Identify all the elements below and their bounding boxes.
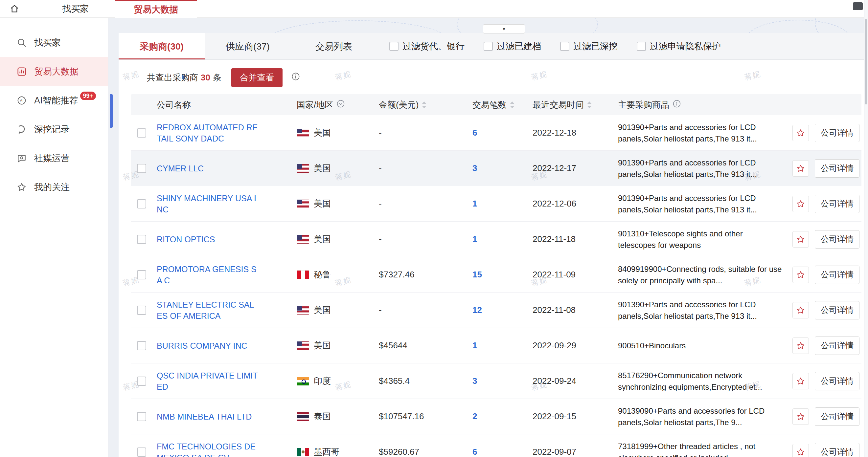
row-checkbox[interactable] [137, 164, 146, 173]
row-checkbox[interactable] [137, 235, 146, 244]
filter-checkbox[interactable] [560, 42, 569, 51]
table-row: REDBOX AUTOMATED RETAIL SONY DADC 美国 - 6… [131, 115, 861, 151]
row-checkbox[interactable] [137, 199, 146, 208]
row-checkbox[interactable] [137, 341, 146, 350]
sidebar-item-find-buyers[interactable]: 找买家 [0, 28, 108, 57]
company-detail-button[interactable]: 公司详情 [815, 266, 860, 284]
company-name-link[interactable]: BURRIS COMPANY INC [157, 340, 247, 351]
amount-value: $45644 [379, 340, 407, 351]
favorite-star-button[interactable] [793, 196, 809, 212]
transaction-count-link[interactable]: 6 [472, 447, 477, 457]
transaction-count-link[interactable]: 1 [472, 199, 477, 209]
transaction-count-link[interactable]: 2 [472, 411, 477, 422]
amount-value: - [379, 199, 382, 209]
company-detail-button[interactable]: 公司详情 [815, 124, 860, 142]
collapse-panel-button[interactable]: ▼ [483, 24, 525, 33]
header-count: 交易笔数 [472, 99, 533, 111]
transaction-count-link[interactable]: 3 [472, 376, 477, 386]
company-name-link[interactable]: QSC INDIA PRIVATE LIMITED [157, 370, 258, 392]
table-row: RITON OPTICS 美国 - 1 2022-11-18 901310+Te… [131, 222, 861, 257]
favorite-star-button[interactable] [793, 444, 809, 457]
tab-suppliers[interactable]: 供应商(37) [205, 33, 291, 59]
decor-arc [457, 18, 598, 33]
favorite-star-button[interactable] [793, 373, 809, 389]
favorite-star-button[interactable] [793, 125, 809, 141]
company-detail-button[interactable]: 公司详情 [815, 407, 860, 426]
filter-archived[interactable]: 过滤已建档 [484, 40, 541, 52]
star-icon [796, 270, 805, 280]
transaction-count-link[interactable]: 1 [472, 234, 477, 244]
topbar-divider [35, 4, 35, 14]
transaction-count-link[interactable]: 3 [472, 163, 477, 173]
company-name-link[interactable]: SHINY MACHINERY USA INC [157, 193, 258, 215]
favorite-star-button[interactable] [793, 302, 809, 319]
company-detail-button[interactable]: 公司详情 [815, 195, 860, 213]
company-name-link[interactable]: REDBOX AUTOMATED RETAIL SONY DADC [157, 122, 258, 144]
sidebar-item-my-follows[interactable]: 我的关注 [0, 173, 108, 202]
transaction-count-link[interactable]: 12 [472, 305, 482, 315]
row-checkbox[interactable] [137, 412, 146, 421]
summary-suffix: 条 [213, 72, 221, 84]
sidebar-item-dig-records[interactable]: 深挖记录 [0, 115, 108, 144]
filter-deep-dug[interactable]: 过滤已深挖 [560, 40, 618, 52]
company-name-link[interactable]: PROMOTORA GENESIS S A C [157, 264, 258, 286]
sidebar-item-social-media[interactable]: 社媒运营 [0, 144, 108, 173]
row-checkbox[interactable] [137, 128, 146, 137]
date-sort-icon[interactable] [587, 101, 592, 108]
row-checkbox[interactable] [137, 270, 146, 280]
favorite-star-button[interactable] [793, 409, 809, 425]
table-row: QSC INDIA PRIVATE LIMITED 印度 $4365.4 3 2… [131, 363, 861, 399]
sidebar-item-label: 贸易大数据 [34, 66, 79, 77]
merge-view-button[interactable]: 合并查看 [231, 68, 283, 87]
sidebar: 找买家 贸易大数据 AI AI智能推荐 99+ 深挖记录 社媒运营 我的关注 [0, 18, 108, 457]
filter-label: 过滤已建档 [497, 40, 541, 52]
scrollbar-thumb[interactable] [865, 19, 867, 104]
last-transaction-date: 2022-11-18 [533, 234, 576, 244]
company-name-link[interactable]: STANLEY ELECTRIC SALES OF AMERICA [157, 299, 258, 321]
row-checkbox[interactable] [137, 377, 146, 386]
filter-privacy[interactable]: 过滤申请隐私保护 [637, 40, 721, 52]
company-detail-button[interactable]: 公司详情 [815, 159, 860, 177]
company-detail-button[interactable]: 公司详情 [815, 372, 860, 390]
vertical-scrollbar[interactable] [864, 0, 868, 457]
ai-recommend-badge: 99+ [80, 92, 96, 100]
filter-checkbox[interactable] [484, 42, 493, 51]
home-icon[interactable] [9, 4, 20, 14]
favorite-star-button[interactable] [793, 337, 809, 354]
filter-checkbox[interactable] [637, 42, 646, 51]
company-name-link[interactable]: NMB MINEBEA THAI LTD [157, 411, 252, 422]
company-name-link[interactable]: RITON OPTICS [157, 234, 215, 245]
amount-value: - [379, 128, 382, 138]
company-detail-button[interactable]: 公司详情 [815, 301, 860, 320]
amount-value: $4365.4 [379, 376, 410, 386]
country-filter-icon[interactable] [336, 99, 345, 110]
sidebar-item-trade-data[interactable]: 贸易大数据 [0, 57, 108, 86]
company-name-link[interactable]: FMC TECHNOLOGIES DE MEXICO SA DE CV [157, 441, 258, 457]
favorite-star-button[interactable] [793, 267, 809, 283]
last-transaction-date: 2022-09-29 [533, 340, 576, 351]
favorite-star-button[interactable] [793, 160, 809, 176]
filter-forwarder-bank[interactable]: 过滤货代、银行 [389, 40, 465, 52]
company-detail-button[interactable]: 公司详情 [815, 336, 860, 355]
transaction-count-link[interactable]: 6 [472, 128, 477, 138]
company-detail-button[interactable]: 公司详情 [815, 230, 860, 249]
favorite-star-button[interactable] [793, 231, 809, 248]
transaction-count-link[interactable]: 1 [472, 340, 477, 351]
star-icon [796, 128, 805, 137]
filter-checkbox[interactable] [389, 42, 399, 51]
products-info-icon[interactable] [673, 99, 681, 110]
transaction-count-link[interactable]: 15 [472, 269, 482, 280]
company-detail-button[interactable]: 公司详情 [815, 443, 860, 457]
sidebar-scrollbar-thumb[interactable] [110, 94, 113, 128]
company-name-link[interactable]: CYMER LLC [157, 163, 204, 174]
tab-buyers[interactable]: 采购商(30) [119, 33, 205, 59]
tab-transactions[interactable]: 交易列表 [291, 33, 377, 59]
row-checkbox[interactable] [137, 306, 146, 315]
info-icon[interactable] [291, 72, 300, 84]
topbar-nav-find-buyers[interactable]: 找买家 [49, 0, 102, 18]
sidebar-item-ai-recommend[interactable]: AI AI智能推荐 99+ [0, 86, 108, 115]
topbar-tab-trade-data[interactable]: 贸易大数据 [115, 0, 197, 18]
count-sort-icon[interactable] [510, 101, 515, 108]
row-checkbox[interactable] [137, 448, 146, 457]
amount-sort-icon[interactable] [422, 101, 427, 108]
